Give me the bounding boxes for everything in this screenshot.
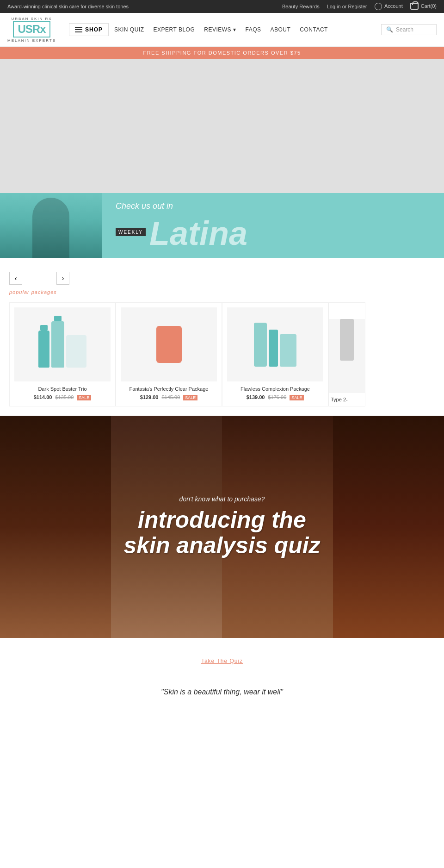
logo-sup: URBAN SKIN Rx (11, 17, 52, 21)
header: URBAN SKIN Rx USRx MELANIN EXPERTS SHOP … (0, 13, 444, 47)
login-area: Log in or Register (327, 4, 367, 9)
price-current: $139.00 (247, 394, 265, 400)
nav-skin-quiz[interactable]: SKIN QUIZ (114, 26, 144, 33)
search-icon: 🔍 (386, 26, 393, 33)
sale-badge: SALE (183, 395, 197, 400)
quiz-title-line2: skin analysis quiz (123, 533, 320, 558)
products-grid: Dark Spot Buster Trio $114.00 $135.00 SA… (9, 302, 435, 406)
magazine-model (0, 193, 102, 258)
product-image (121, 307, 217, 381)
hero-section (0, 59, 444, 193)
nav-reviews[interactable]: REVIEWS ▾ (204, 26, 236, 33)
weekly-badge: WEEKLY (116, 228, 146, 236)
product-card[interactable]: Dark Spot Buster Trio $114.00 $135.00 SA… (9, 302, 116, 406)
register-link[interactable]: Register (348, 4, 367, 9)
quiz-title-line1: introducing the (123, 507, 320, 533)
nav-contact[interactable]: CONTACT (300, 26, 328, 33)
cart-icon (410, 3, 419, 10)
latina-text: Latina (149, 217, 247, 250)
sale-badge: SALE (77, 395, 91, 400)
or-text: or (342, 4, 347, 9)
price-current: $114.00 (34, 394, 52, 400)
product-name: Fantasia's Perfectly Clear Package (121, 386, 217, 392)
popular-label: popular packages (9, 289, 435, 295)
quiz-overlay: don't know what to purchase? introducing… (0, 416, 444, 638)
product-price: $139.00 $176.00 SALE (227, 394, 323, 400)
product-visual (156, 326, 182, 363)
quote-text: "Skin is a beautiful thing, wear it well… (9, 688, 435, 696)
search-placeholder: Search (396, 26, 413, 33)
product-name: Dark Spot Buster Trio (14, 386, 111, 392)
price-current: $129.00 (140, 394, 159, 400)
product-image (227, 307, 323, 381)
cart-area: Cart(0) (410, 3, 437, 10)
top-bar: Award-winning clinical skin care for div… (0, 0, 444, 13)
hamburger-icon (75, 27, 82, 32)
skin-quiz-section: don't know what to purchase? introducing… (0, 416, 444, 638)
product-name-partial: Type 2- (329, 393, 365, 406)
product-visual (38, 321, 86, 368)
nav-about[interactable]: ABOUT (270, 26, 290, 33)
check-text: Check us out in (116, 201, 430, 211)
carousel-next[interactable]: › (56, 272, 69, 285)
product-visual (254, 323, 296, 367)
products-section: ‹ › popular packages Dark Spot Buster Tr… (0, 258, 444, 416)
carousel-nav: ‹ › (9, 272, 69, 285)
top-bar-right: Beauty Rewards Log in or Register Accoun… (282, 3, 437, 10)
magazine-content: Check us out in WEEKLY Latina (102, 193, 444, 258)
product-card-partial[interactable]: Type 2- (328, 302, 365, 406)
shipping-banner: FREE SHIPPING FOR DOMESTIC ORDERS OVER $… (0, 47, 444, 59)
shop-label: SHOP (85, 26, 103, 33)
take-quiz-link[interactable]: Take The Quiz (201, 658, 243, 664)
cart-link[interactable]: Cart(0) (421, 3, 437, 9)
nav-expert-blog[interactable]: EXPERT BLOG (154, 26, 195, 33)
quiz-link-section: Take The Quiz (0, 638, 444, 674)
latina-logo: WEEKLY Latina (116, 215, 430, 250)
product-name: Flawless Complexion Package (227, 386, 323, 392)
beauty-rewards-link[interactable]: Beauty Rewards (282, 4, 320, 9)
account-link[interactable]: Account (384, 3, 403, 9)
award-text: Award-winning clinical skin care for div… (7, 4, 129, 9)
account-area: Account (375, 3, 403, 10)
shipping-text: FREE SHIPPING FOR DOMESTIC ORDERS OVER $… (143, 50, 301, 56)
main-nav: SKIN QUIZ EXPERT BLOG REVIEWS ▾ FAQS ABO… (114, 26, 376, 33)
price-original: $145.00 (161, 394, 180, 400)
quote-section: "Skin is a beautiful thing, wear it well… (0, 674, 444, 710)
product-price: $129.00 $145.00 SALE (121, 394, 217, 400)
quiz-title: introducing the skin analysis quiz (123, 507, 320, 558)
shop-button[interactable]: SHOP (69, 23, 109, 36)
price-original: $135.00 (55, 394, 74, 400)
price-original: $176.00 (268, 394, 286, 400)
logo-sub: MELANIN EXPERTS (7, 38, 56, 43)
product-card[interactable]: Flawless Complexion Package $139.00 $176… (222, 302, 328, 406)
carousel-prev[interactable]: ‹ (9, 272, 22, 285)
login-link[interactable]: Log in (327, 4, 341, 9)
product-image (14, 307, 111, 381)
product-price: $114.00 $135.00 SALE (14, 394, 111, 400)
logo-area[interactable]: URBAN SKIN Rx USRx MELANIN EXPERTS (7, 17, 56, 43)
product-card[interactable]: Fantasia's Perfectly Clear Package $129.… (116, 302, 222, 406)
search-box[interactable]: 🔍 Search (381, 24, 437, 35)
magazine-feature: Check us out in WEEKLY Latina (0, 193, 444, 258)
sale-badge: SALE (290, 395, 304, 400)
quiz-subtitle: don't know what to purchase? (179, 495, 265, 503)
account-icon (375, 3, 382, 10)
nav-faqs[interactable]: FAQS (245, 26, 261, 33)
logo-box: USRx (13, 21, 50, 37)
